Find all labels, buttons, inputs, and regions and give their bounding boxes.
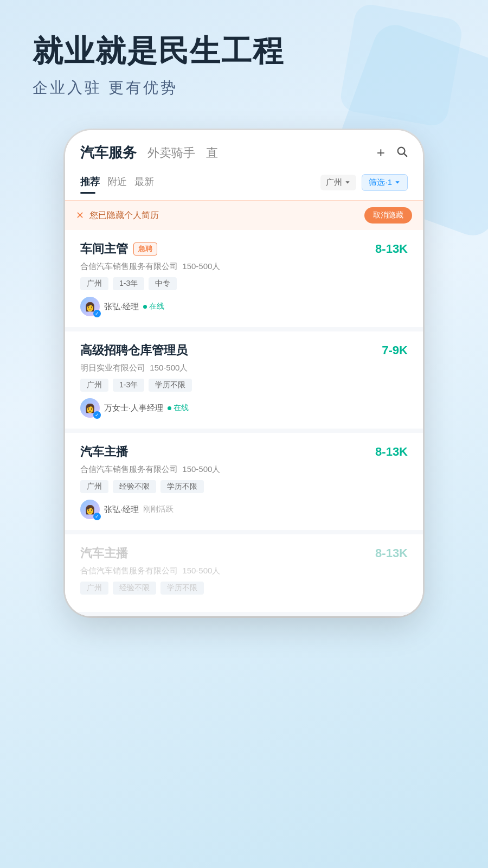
avatar: 👩 [80,500,100,519]
job-card[interactable]: 车间主管 急聘 8-13K 合信汽车销售服务有限公司 150-500人 广州1-… [65,230,423,331]
tab-recommended[interactable]: 推荐 [80,171,107,194]
job-list: 车间主管 急聘 8-13K 合信汽车销售服务有限公司 150-500人 广州1-… [65,230,423,616]
job-card-header: 高级招聘仓库管理员 7-9K [80,342,408,359]
job-title: 汽车主播 [80,545,128,561]
avatar: 👩 [80,398,100,418]
job-card-header: 汽车主播 8-13K [80,444,408,460]
job-title-row: 汽车主播 [80,545,128,561]
add-icon[interactable]: + [377,144,385,161]
tags: 广州经验不限学历不限 [80,582,408,595]
job-title: 车间主管 [80,241,128,257]
location-label: 广州 [326,177,342,188]
avatar: 👩 [80,297,100,316]
category-live[interactable]: 直 [206,145,218,161]
verified-badge [93,513,101,520]
tab-latest[interactable]: 最新 [134,171,162,194]
phone-mockup: 汽车服务 外卖骑手 直 + 推荐 附近 最新 广州 筛选·1 [65,130,423,616]
close-banner-icon[interactable]: ✕ [76,209,84,221]
online-dot [143,305,147,309]
tag: 广州 [80,277,108,290]
recruiter-row: 👩 万女士·人事经理 在线 [80,398,408,418]
salary: 8-13K [375,546,408,560]
recent-active: 刚刚活跃 [143,505,174,514]
hero-subtitle: 企业入驻 更有优势 [33,78,455,98]
app-header: 汽车服务 外卖骑手 直 + 推荐 附近 最新 广州 筛选·1 [65,130,423,194]
job-title-row: 高级招聘仓库管理员 [80,342,188,359]
tab-bar: 推荐 附近 最新 广州 筛选·1 [80,171,408,194]
recruiter-row: 👩 张弘·经理 刚刚活跃 [80,500,408,519]
tag: 广州 [80,480,108,493]
company-info: 合信汽车销售服务有限公司 150-500人 [80,566,408,576]
svg-line-1 [404,154,407,156]
filter-label: 筛选·1 [369,177,392,188]
job-card-header: 车间主管 急聘 8-13K [80,241,408,257]
job-title: 高级招聘仓库管理员 [80,342,188,359]
tags: 广州经验不限学历不限 [80,480,408,493]
app-nav: 汽车服务 外卖骑手 直 + [80,143,408,162]
salary: 7-9K [382,343,408,358]
cancel-hide-button[interactable]: 取消隐藏 [364,207,412,224]
recruiter-row: 👩 张弘·经理 在线 [80,297,408,316]
search-icon[interactable] [396,145,408,161]
job-card-header: 汽车主播 8-13K [80,545,408,561]
job-title: 汽车主播 [80,444,128,460]
hero-title: 就业就是民生工程 [33,33,455,69]
recruiter-name: 张弘·经理 [104,302,139,312]
verified-badge [93,310,101,317]
tag: 广州 [80,379,108,392]
category-main[interactable]: 汽车服务 [80,143,137,162]
company-info: 明日实业有限公司 150-500人 [80,363,408,373]
filter-button[interactable]: 筛选·1 [362,174,408,191]
job-card[interactable]: 汽车主播 8-13K 合信汽车销售服务有限公司 150-500人 广州经验不限学… [65,534,423,616]
verified-badge [93,411,101,419]
tag: 经验不限 [113,582,156,595]
online-status: 在线 [168,403,189,413]
job-card[interactable]: 汽车主播 8-13K 合信汽车销售服务有限公司 150-500人 广州经验不限学… [65,433,423,534]
hero-section: 就业就是民生工程 企业入驻 更有优势 [0,0,488,114]
location-button[interactable]: 广州 [320,175,356,190]
tag: 经验不限 [113,480,156,493]
tag: 1-3年 [113,277,144,290]
job-card[interactable]: 高级招聘仓库管理员 7-9K 明日实业有限公司 150-500人 广州1-3年学… [65,331,423,433]
tag: 中专 [149,277,177,290]
resume-banner-text: 您已隐藏个人简历 [89,210,359,221]
company-info: 合信汽车销售服务有限公司 150-500人 [80,464,408,475]
online-dot [168,406,171,410]
tab-nearby[interactable]: 附近 [107,171,134,194]
salary: 8-13K [375,445,408,459]
tags: 广州1-3年中专 [80,277,408,290]
recruiter-name: 万女士·人事经理 [104,403,163,413]
job-title-row: 车间主管 急聘 [80,241,157,257]
salary: 8-13K [375,242,408,256]
tag: 广州 [80,582,108,595]
online-status: 在线 [143,302,164,311]
company-info: 合信汽车销售服务有限公司 150-500人 [80,261,408,272]
resume-hidden-banner: ✕ 您已隐藏个人简历 取消隐藏 [65,200,423,230]
tag: 学历不限 [160,480,204,493]
recruiter-name: 张弘·经理 [104,505,139,515]
tag: 学历不限 [149,379,192,392]
urgent-badge: 急聘 [133,242,157,256]
tags: 广州1-3年学历不限 [80,379,408,392]
tag: 学历不限 [160,582,204,595]
job-title-row: 汽车主播 [80,444,128,460]
tag: 1-3年 [113,379,144,392]
category-secondary[interactable]: 外卖骑手 [147,145,195,161]
